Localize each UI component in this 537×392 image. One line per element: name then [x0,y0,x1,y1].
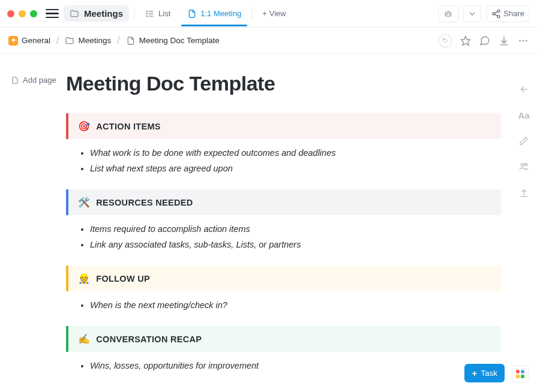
apps-grid-icon [516,370,524,378]
section-action-heading: ACTION ITEMS [96,122,161,131]
writing-icon: ✍️ [78,333,90,345]
task-button-label: Task [481,369,497,378]
svg-point-4 [146,13,147,14]
document-icon [187,9,197,19]
list-icon [145,9,155,19]
svg-point-23 [521,164,524,167]
tab-meeting-label: 1:1 Meeting [200,9,241,18]
crumb-general[interactable]: ✦ General [8,36,50,46]
svg-point-24 [525,163,527,165]
comment-button[interactable] [479,35,490,46]
svg-point-10 [497,10,500,12]
list-item[interactable]: When is the next meeting/check in? [90,297,501,313]
upload-button[interactable] [517,188,531,198]
upload-icon [519,188,529,198]
download-icon [499,35,509,46]
star-icon [460,35,471,46]
svg-line-14 [495,14,498,16]
folder-name: Meetings [84,8,123,19]
add-view-button[interactable]: + View [257,7,291,20]
document-content: Add page Meeting Doc Template 🎯 ACTION I… [0,54,537,392]
section-action-items[interactable]: 🎯 ACTION ITEMS [66,113,501,139]
apps-button[interactable] [512,366,529,382]
automation-button[interactable] [438,5,458,22]
section-recap-heading: CONVERSATION RECAP [96,334,202,344]
close-window[interactable] [7,10,14,17]
plus-icon: + [262,9,267,18]
add-view-label: View [269,9,286,18]
section-follow-heading: FOLLOW UP [96,274,150,284]
share-icon [491,9,501,19]
export-button[interactable] [499,35,509,46]
folder-icon [65,36,74,46]
recap-list[interactable]: Wins, losses, opportunities for improvem… [66,354,501,387]
menu-toggle-icon[interactable] [46,7,59,20]
worker-icon: 👷 [78,273,90,284]
plus-icon: + [472,368,477,378]
section-resources-heading: RESOURCES NEEDED [96,198,193,207]
edit-button[interactable] [517,136,531,146]
topbar-right: Share [438,5,530,22]
page-title[interactable]: Meeting Doc Template [66,72,501,95]
collaborators-button[interactable] [517,161,531,172]
follow-up-list[interactable]: When is the next meeting/check in? [66,294,501,326]
list-item[interactable]: List what next steps are agreed upon [90,161,501,176]
section-resources[interactable]: 🛠️ RESOURCES NEEDED [66,189,501,215]
topbar: Meetings List 1:1 Meeting + View Share [0,0,537,28]
chat-icon [479,35,490,46]
list-item[interactable]: What work is to be done with expected ou… [90,145,501,161]
crumb-current[interactable]: Meeting Doc Template [126,36,220,46]
crumb-current-label: Meeting Doc Template [139,36,220,45]
crumb-general-label: General [22,36,50,45]
svg-point-5 [146,16,147,16]
section-follow-up[interactable]: 👷 FOLLOW UP [66,266,501,291]
list-item[interactable]: Wins, losses, opportunities for improvem… [90,358,501,373]
add-page-button[interactable]: Add page [11,76,56,85]
pencil-icon [519,136,529,146]
more-button[interactable] [518,35,529,46]
list-item[interactable]: Link any associated tasks, sub-tasks, Li… [90,237,501,252]
tag-button[interactable] [439,34,452,47]
people-icon [518,161,529,172]
share-button[interactable]: Share [486,5,530,22]
favorite-button[interactable] [460,35,471,46]
tab-list[interactable]: List [139,2,176,26]
more-icon [518,35,529,46]
typography-button[interactable]: Aa [517,110,531,120]
divider [252,8,253,20]
minimize-window[interactable] [19,10,26,17]
breadcrumb-separator: / [56,35,59,46]
action-items-list[interactable]: What work is to be done with expected ou… [66,141,501,189]
list-item[interactable]: Items required to accomplish action item… [90,221,501,237]
svg-point-21 [526,40,527,41]
window-controls [7,10,37,17]
tag-icon [442,37,449,44]
share-label: Share [503,9,524,18]
tools-icon: 🛠️ [78,197,90,208]
space-badge: ✦ [8,36,18,46]
maximize-window[interactable] [30,10,37,17]
svg-point-12 [497,15,500,17]
create-task-button[interactable]: + Task [464,364,505,382]
section-recap[interactable]: ✍️ CONVERSATION RECAP [66,326,501,352]
folder-icon [70,9,79,19]
svg-point-3 [146,11,147,11]
arrow-left-icon [518,84,529,95]
svg-line-13 [495,11,498,13]
divider [134,8,134,20]
crumb-meetings-label: Meetings [78,36,111,45]
document-icon [126,36,136,46]
breadcrumb-bar: ✦ General / Meetings / Meeting Doc Templ… [0,28,537,54]
folder-chip[interactable]: Meetings [64,5,129,22]
chevron-down-icon [467,9,477,19]
tab-meeting[interactable]: 1:1 Meeting [181,2,247,26]
target-icon: 🎯 [78,120,90,132]
svg-point-7 [447,14,448,14]
dropdown-button[interactable] [463,5,481,22]
svg-point-19 [519,40,521,41]
resources-list[interactable]: Items required to accomplish action item… [66,218,501,266]
add-page-icon [11,76,19,85]
add-page-label: Add page [23,76,56,85]
collapse-button[interactable] [517,84,531,95]
crumb-meetings[interactable]: Meetings [65,36,111,46]
